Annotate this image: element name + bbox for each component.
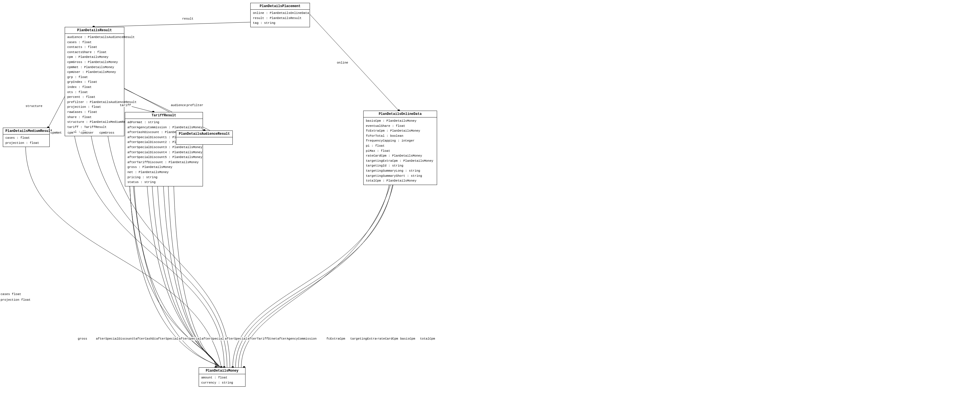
label-structure: structure: [25, 105, 43, 108]
label-result: result: [181, 17, 194, 21]
plan-details-result-fields: audience : PlanDetailsAudienceResult cas…: [65, 34, 124, 136]
plan-details-medium-result-fields: cases : float projection : float: [3, 135, 49, 147]
plan-details-placement-title: PlanDetailsPlacement: [251, 3, 310, 10]
plan-details-placement-box: PlanDetailsPlacement online : PlanDetail…: [250, 3, 310, 27]
field-tag: tag : string: [253, 21, 307, 26]
label-cpmNet: cpmNet: [50, 131, 62, 135]
label-cpm: cpm: [67, 131, 74, 135]
label-afterspecialdiscount5-bottom: afterSpecialDiscount5: [95, 337, 136, 340]
label-cpmUser: cpmUser: [80, 131, 94, 135]
plan-details-result-box: PlanDetailsResult audience : PlanDetails…: [65, 27, 124, 136]
plan-details-online-data-fields: basisCpm : PlanDetailsMoney eventualShar…: [364, 118, 437, 185]
label-online: online: [336, 61, 349, 64]
svg-line-2: [307, 11, 399, 111]
plan-details-online-data-box: PlanDetailsOnlineData basisCpm : PlanDet…: [363, 111, 437, 185]
tariff-result-box: TariffResult adFormat : string afterAgen…: [125, 112, 203, 186]
label-cases-float-projection: cases floatprojection float: [0, 292, 31, 303]
tariff-result-fields: adFormat : string afterAgencyCommission …: [125, 119, 203, 186]
label-audience: audience: [170, 103, 186, 107]
label-gross-bottom: gross: [77, 337, 88, 340]
label-basiscpm-bottom: basisCpm: [399, 337, 416, 340]
label-cpmGross: cpmGross: [99, 131, 115, 135]
plan-details-medium-result-title: PlanDetailsMediumResult: [3, 128, 49, 135]
plan-details-audience-result-box: PlanDetailsAudienceResult: [176, 130, 233, 145]
diagram-container: PlanDetailsPlacement online : PlanDetail…: [0, 0, 980, 402]
plan-details-audience-result-title: PlanDetailsAudienceResult: [176, 131, 232, 137]
connections-svg: [0, 0, 980, 402]
label-fcextracpm-bottom: fcExtraCpm: [326, 337, 346, 340]
plan-details-result-title: PlanDetailsResult: [65, 27, 124, 34]
svg-line-4: [48, 97, 65, 128]
label-totalcpm-bottom: totalCpm: [420, 337, 436, 340]
tariff-result-title: TariffResult: [125, 112, 203, 119]
plan-details-online-data-title: PlanDetailsOnlineData: [364, 111, 437, 118]
plan-details-placement-fields: online : PlanDetailsOnlineData result : …: [251, 10, 310, 27]
label-ratecardcpm-bottom: rateCardCpm: [377, 337, 399, 340]
field-online: online : PlanDetailsOnlineData: [253, 11, 307, 16]
plan-details-money-title: PlanDetailsMoney: [199, 368, 245, 374]
plan-details-money-fields: amount : float currency : string: [199, 374, 245, 386]
plan-details-medium-result-box: PlanDetailsMediumResult cases : float pr…: [3, 128, 50, 147]
label-afteragencycommission-bottom: afterAgencyCommission: [277, 337, 317, 340]
label-prefilter: prefilter: [186, 103, 204, 107]
label-tariff: tariff: [119, 103, 132, 107]
plan-details-audience-result-fields: [176, 137, 232, 140]
plan-details-money-box: PlanDetailsMoney amount : float currency…: [199, 367, 245, 387]
field-result: result : PlanDetailsResult: [253, 16, 307, 21]
